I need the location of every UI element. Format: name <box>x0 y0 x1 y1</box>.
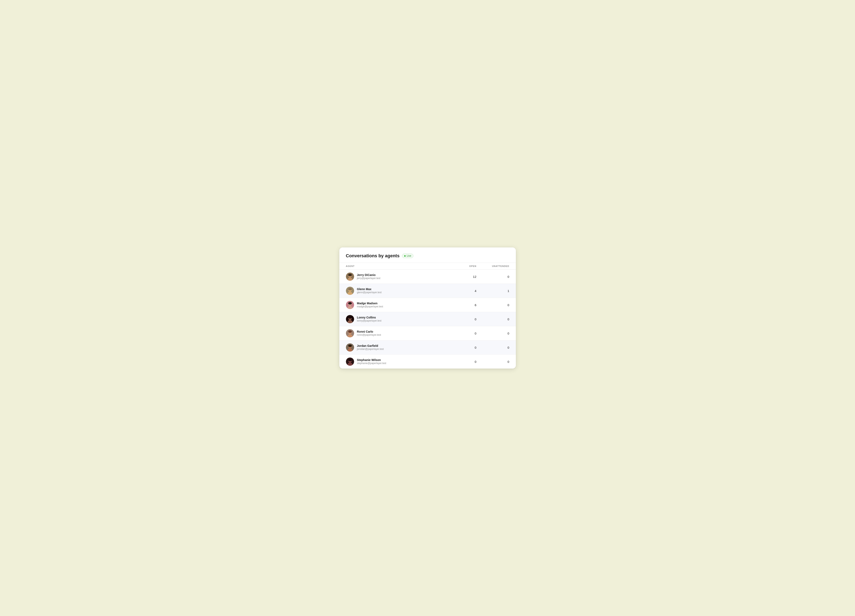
avatar <box>346 287 354 295</box>
agent-email: jerry@paperlayer.test <box>357 277 380 280</box>
svg-point-24 <box>348 330 352 333</box>
open-count: 12 <box>444 275 477 279</box>
col-header-open: OPEN <box>444 265 477 267</box>
agent-name: Glenn Max <box>357 287 382 291</box>
avatar <box>346 315 354 323</box>
svg-point-14 <box>348 302 352 305</box>
page-background: Conversations by agents Live AGENT OPEN … <box>0 0 855 616</box>
table-row[interactable]: Jordan Garfield jorodan@paperlayer.test … <box>339 340 516 355</box>
agent-cell: Stephanie Wilson stephanie@paperlayer.te… <box>346 357 444 366</box>
agent-cell: Glenn Max glenn@paperlayer.test <box>346 287 444 295</box>
unattended-count: 0 <box>477 275 509 279</box>
agent-cell: Madge Madsen madge@paperlayer.test <box>346 301 444 309</box>
unattended-count: 0 <box>477 317 509 321</box>
agent-email: lonny@paperlayer.test <box>357 319 382 323</box>
svg-point-29 <box>348 345 352 347</box>
avatar <box>346 301 354 309</box>
table-header: AGENT OPEN UNATTENDED <box>339 263 516 270</box>
agent-name: Jordan Garfield <box>357 344 384 348</box>
table-row[interactable]: Stephanie Wilson stephanie@paperlayer.te… <box>339 355 516 369</box>
svg-point-4 <box>348 274 352 276</box>
agent-name: Madge Madsen <box>357 302 383 305</box>
unattended-count: 0 <box>477 303 509 307</box>
svg-point-34 <box>348 359 352 361</box>
agent-info: Ronni Carlo ronni@paperlayer.test <box>357 330 381 337</box>
card-title: Conversations by agents <box>346 253 400 259</box>
open-count: 4 <box>444 289 477 293</box>
table-row[interactable]: Ronni Carlo ronni@paperlayer.test 0 0 <box>339 326 516 340</box>
table-body: Jerry DiCanio jerry@paperlayer.test 12 0… <box>339 270 516 369</box>
svg-point-9 <box>348 288 352 290</box>
unattended-count: 0 <box>477 346 509 349</box>
conversations-card: Conversations by agents Live AGENT OPEN … <box>339 247 516 369</box>
agent-cell: Jordan Garfield jorodan@paperlayer.test <box>346 343 444 351</box>
unattended-count: 0 <box>477 360 509 363</box>
agent-info: Jordan Garfield jorodan@paperlayer.test <box>357 344 384 351</box>
card-header: Conversations by agents Live <box>339 247 516 263</box>
table-row[interactable]: Lonny Collins lonny@paperlayer.test 0 0 <box>339 312 516 326</box>
live-badge-label: Live <box>407 254 411 257</box>
agent-email: jorodan@paperlayer.test <box>357 348 384 351</box>
unattended-count: 0 <box>477 332 509 335</box>
agent-info: Jerry DiCanio jerry@paperlayer.test <box>357 273 380 280</box>
table-row[interactable]: Madge Madsen madge@paperlayer.test 6 0 <box>339 298 516 312</box>
open-count: 0 <box>444 317 477 321</box>
live-dot-icon <box>404 255 406 257</box>
avatar <box>346 357 354 366</box>
agents-table: AGENT OPEN UNATTENDED Jerry DiCanio jerr… <box>339 263 516 369</box>
agent-cell: Jerry DiCanio jerry@paperlayer.test <box>346 273 444 281</box>
col-header-agent: AGENT <box>346 265 444 267</box>
avatar <box>346 329 354 337</box>
open-count: 0 <box>444 360 477 363</box>
table-row[interactable]: Glenn Max glenn@paperlayer.test 4 1 <box>339 284 516 298</box>
avatar <box>346 273 354 281</box>
agent-name: Lonny Collins <box>357 316 382 319</box>
agent-cell: Lonny Collins lonny@paperlayer.test <box>346 315 444 323</box>
agent-email: ronni@paperlayer.test <box>357 334 381 337</box>
agent-name: Ronni Carlo <box>357 330 381 334</box>
col-header-unattended: UNATTENDED <box>477 265 509 267</box>
agent-info: Stephanie Wilson stephanie@paperlayer.te… <box>357 358 386 365</box>
agent-email: madge@paperlayer.test <box>357 305 383 308</box>
agent-info: Glenn Max glenn@paperlayer.test <box>357 287 382 294</box>
svg-point-19 <box>348 316 352 319</box>
open-count: 0 <box>444 332 477 335</box>
agent-name: Jerry DiCanio <box>357 273 380 277</box>
open-count: 0 <box>444 346 477 349</box>
agent-cell: Ronni Carlo ronni@paperlayer.test <box>346 329 444 337</box>
table-row[interactable]: Jerry DiCanio jerry@paperlayer.test 12 0 <box>339 270 516 284</box>
agent-name: Stephanie Wilson <box>357 358 386 362</box>
live-badge: Live <box>402 254 414 258</box>
agent-email: glenn@paperlayer.test <box>357 291 382 294</box>
agent-info: Madge Madsen madge@paperlayer.test <box>357 302 383 308</box>
open-count: 6 <box>444 303 477 307</box>
agent-info: Lonny Collins lonny@paperlayer.test <box>357 316 382 323</box>
unattended-count: 1 <box>477 289 509 293</box>
avatar <box>346 343 354 351</box>
agent-email: stephanie@paperlayer.test <box>357 362 386 365</box>
